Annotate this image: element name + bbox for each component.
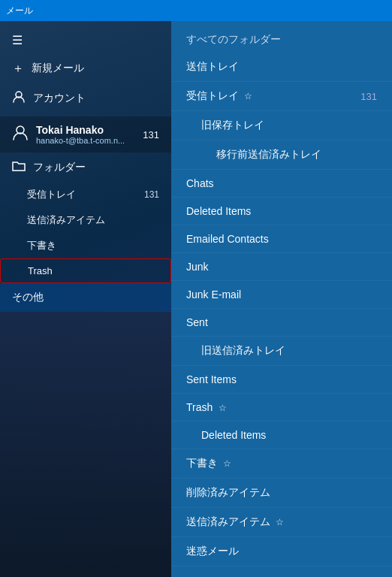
folder-list-item-label: Trash ☆ — [186, 401, 377, 413]
hamburger-button[interactable]: ☰ — [0, 27, 171, 54]
folder-list-item-label: 削除済みアイテム — [186, 486, 377, 500]
other-section[interactable]: その他 — [0, 283, 171, 312]
sidebar-folder-inbox[interactable]: 受信トレイ 131 — [0, 182, 171, 207]
folder-list-item[interactable]: 送信トレイ — [171, 53, 392, 82]
account-info: Tokai Hanako hanako-t@tba.t-com.n... — [36, 124, 135, 145]
main-area: ☰ ＋ 新規メール アカウント — [0, 21, 392, 577]
new-mail-icon: ＋ — [12, 62, 24, 74]
folder-list-item[interactable]: 旧保存トレイ — [171, 111, 392, 140]
new-mail-button[interactable]: ＋ 新規メール — [0, 54, 171, 83]
star-icon: ☆ — [242, 91, 252, 101]
star-icon: ☆ — [216, 403, 226, 413]
account-email: hanako-t@tba.t-com.n... — [36, 136, 135, 145]
folder-list-item-label: Deleted Items — [186, 205, 377, 217]
folder-list-items: 送信トレイ受信トレイ ☆131旧保存トレイ移行前送信済みトレイChatsDele… — [171, 53, 392, 566]
folder-list-item-label: 受信トレイ ☆ — [186, 89, 360, 103]
folder-list-item[interactable]: Junk — [171, 253, 392, 281]
folder-icon — [12, 160, 26, 174]
folder-list-item-label: 送信済みアイテム ☆ — [186, 515, 377, 529]
folder-list-item-count: 131 — [360, 91, 377, 102]
folder-list-item-label: Junk — [186, 261, 377, 273]
account-icon — [12, 90, 26, 106]
sidebar-top: ☰ ＋ 新規メール アカウント — [0, 21, 171, 116]
folder-section-header: フォルダー — [0, 153, 171, 182]
folder-list-item-label: 旧保存トレイ — [201, 119, 377, 132]
account-avatar — [12, 125, 29, 144]
folder-list-item[interactable]: Deleted Items — [171, 421, 392, 449]
folder-label: フォルダー — [33, 161, 86, 174]
folder-list-panel: すべてのフォルダー 送信トレイ受信トレイ ☆131旧保存トレイ移行前送信済みトレ… — [171, 21, 392, 577]
sidebar-folder-sent[interactable]: 送信済みアイテム — [0, 207, 171, 233]
new-mail-label: 新規メール — [32, 62, 84, 75]
sidebar-folder-trash[interactable]: Trash — [0, 258, 171, 283]
folder-list-item[interactable]: Sent — [171, 309, 392, 337]
folder-list-item[interactable]: 移行前送信済みトレイ — [171, 140, 392, 170]
folder-list-item-label: Deleted Items — [201, 429, 377, 441]
titlebar-label: メール — [6, 5, 33, 17]
account-name: Tokai Hanako — [36, 124, 135, 136]
folder-sent-label: 送信済みアイテム — [27, 213, 105, 227]
folder-list-item[interactable]: 削除済みアイテム — [171, 479, 392, 508]
folder-list-item-label: Junk E-mail — [186, 288, 377, 301]
folder-list-item-label: Sent — [186, 316, 377, 328]
folder-trash-label: Trash — [28, 265, 53, 276]
folder-list-item-label: Emailed Contacts — [186, 233, 377, 245]
other-label: その他 — [12, 291, 44, 303]
folder-inbox-count: 131 — [144, 189, 159, 200]
account-section[interactable]: Tokai Hanako hanako-t@tba.t-com.n... 131 — [0, 116, 171, 153]
folder-list-header: すべてのフォルダー — [171, 21, 392, 53]
folder-list-item[interactable]: Chats — [171, 170, 392, 198]
folder-list-item-label: 送信トレイ — [186, 60, 377, 74]
account-label: アカウント — [33, 92, 86, 105]
folder-list-item[interactable]: Emailed Contacts — [171, 225, 392, 253]
folder-list-item-label: 下書き ☆ — [186, 457, 377, 470]
folder-list-item[interactable]: Junk E-mail — [171, 281, 392, 309]
folder-list-item[interactable]: Trash ☆ — [171, 394, 392, 421]
star-icon: ☆ — [273, 517, 284, 527]
folder-list-item-label: Chats — [186, 177, 377, 189]
titlebar: メール — [0, 0, 392, 21]
folder-list-item[interactable]: 下書き ☆ — [171, 449, 392, 479]
folder-list-item[interactable]: Sent Items — [171, 366, 392, 394]
folder-list-item[interactable]: 受信トレイ ☆131 — [171, 82, 392, 111]
folder-inbox-label: 受信トレイ — [27, 188, 76, 201]
folder-list-item[interactable]: 送信済みアイテム ☆ — [171, 508, 392, 537]
folder-list-item[interactable]: 迷惑メール — [171, 537, 392, 566]
sidebar-folder-drafts[interactable]: 下書き — [0, 233, 171, 258]
sidebar-bottom-background — [0, 312, 171, 577]
folder-list-item[interactable]: Deleted Items — [171, 198, 392, 225]
star-icon: ☆ — [221, 458, 231, 469]
account-button[interactable]: アカウント — [0, 83, 171, 113]
hamburger-icon: ☰ — [12, 35, 23, 47]
sidebar: ☰ ＋ 新規メール アカウント — [0, 21, 171, 577]
folder-list-item[interactable]: 旧送信済みトレイ — [171, 337, 392, 366]
folder-list-item-label: 旧送信済みトレイ — [201, 344, 377, 358]
folder-drafts-label: 下書き — [27, 239, 56, 252]
folder-list-item-label: Sent Items — [186, 373, 377, 385]
account-unread-count: 131 — [143, 129, 159, 140]
folder-list-item-label: 迷惑メール — [186, 545, 377, 558]
folder-list-item-label: 移行前送信済みトレイ — [216, 148, 377, 162]
